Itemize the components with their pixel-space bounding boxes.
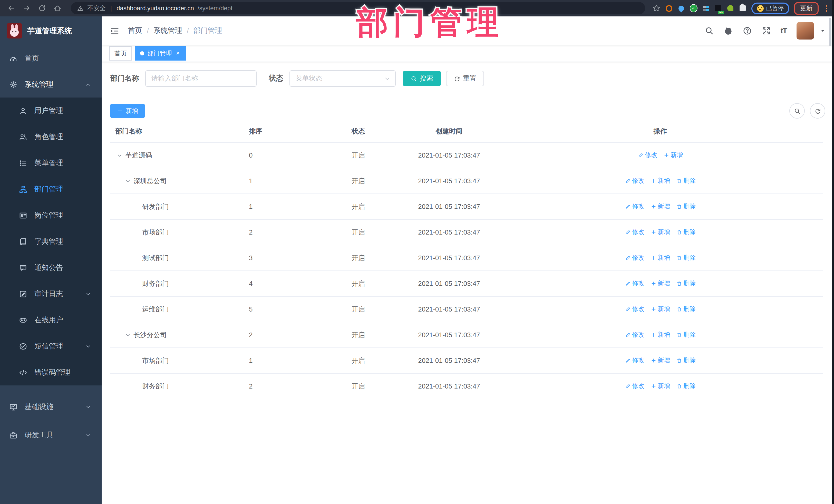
tree-expand-icon[interactable] (125, 178, 131, 184)
delete-link[interactable]: 删除 (676, 356, 696, 365)
delete-link[interactable]: 删除 (676, 177, 696, 185)
dept-name: 市场部门 (142, 356, 169, 365)
sidebar-item-研发工具[interactable]: 研发工具 (0, 421, 102, 449)
ext-pin-icon[interactable] (677, 4, 685, 12)
ext-leaf-icon[interactable] (726, 4, 734, 12)
reset-button[interactable]: 重置 (446, 71, 484, 86)
search-button[interactable]: 搜索 (403, 71, 441, 86)
submenu-系统管理: 用户管理角色管理菜单管理部门管理岗位管理字典管理通知公告审计日志在线用户短信管理… (0, 97, 102, 386)
browser-actions: ✓on 已暂停 更新 (652, 2, 829, 15)
sidebar-item-首页[interactable]: 首页 (0, 45, 102, 71)
table-row: 芋道源码0开启2021-01-05 17:03:47修改新增 (110, 142, 823, 168)
plus-icon (651, 204, 656, 210)
sidebar-item-审计日志[interactable]: 审计日志 (0, 281, 102, 307)
ext-orange-icon[interactable] (665, 4, 673, 12)
add-link[interactable]: 新增 (651, 254, 670, 262)
sidebar-item-菜单管理[interactable]: 菜单管理 (0, 150, 102, 176)
refresh-table-button[interactable] (810, 103, 825, 118)
toggle-search-button[interactable] (789, 103, 805, 118)
edit-link[interactable]: 修改 (625, 330, 644, 339)
ext-puzzle-icon[interactable] (739, 4, 746, 12)
online-users-icon (19, 316, 27, 324)
question-icon[interactable] (743, 26, 752, 36)
avatar[interactable] (796, 22, 814, 40)
add-button[interactable]: 新增 (110, 104, 145, 118)
create-time-cell: 2021-01-05 17:03:47 (400, 254, 498, 262)
delete-link[interactable]: 删除 (676, 202, 696, 211)
sidebar-item-岗位管理[interactable]: 岗位管理 (0, 202, 102, 228)
github-icon[interactable] (724, 26, 733, 36)
browser-menu-icon[interactable] (824, 5, 829, 12)
plus-icon (651, 229, 656, 235)
pencil-icon (625, 204, 631, 210)
add-link[interactable]: 新增 (651, 177, 670, 185)
delete-link[interactable]: 删除 (676, 228, 696, 237)
users-icon (19, 133, 27, 141)
delete-link[interactable]: 删除 (676, 279, 696, 288)
edit-link[interactable]: 修改 (625, 356, 644, 365)
edit-link[interactable]: 修改 (625, 382, 644, 391)
app-logo[interactable]: 芋道管理系统 (0, 17, 102, 45)
delete-link[interactable]: 删除 (676, 382, 696, 391)
address-bar[interactable]: 不安全 | dashboard.yudao.iocoder.cn/system/… (71, 2, 645, 14)
caret-down-icon[interactable] (820, 28, 826, 34)
arrow-left-icon[interactable] (5, 2, 18, 14)
edit-link[interactable]: 修改 (625, 305, 644, 313)
hamburger-icon[interactable] (110, 26, 119, 36)
tab-首页[interactable]: 首页 (109, 46, 132, 61)
scrollbar[interactable] (829, 18, 831, 46)
sidebar-item-基础设施[interactable]: 基础设施 (0, 393, 102, 421)
breadcrumb-separator: / (187, 27, 189, 35)
tree-expand-icon[interactable] (125, 332, 131, 338)
bookmark-star-icon[interactable] (652, 4, 660, 12)
tab-部门管理[interactable]: 部门管理 (135, 46, 186, 61)
edit-link[interactable]: 修改 (625, 228, 644, 237)
delete-link[interactable]: 删除 (676, 330, 696, 339)
reload-icon[interactable] (36, 2, 48, 14)
sidebar-item-部门管理[interactable]: 部门管理 (0, 176, 102, 202)
edit-link[interactable]: 修改 (625, 279, 644, 288)
sidebar-item-通知公告[interactable]: 通知公告 (0, 255, 102, 281)
sidebar-item-系统管理[interactable]: 系统管理 (0, 71, 102, 97)
sidebar-item-字典管理[interactable]: 字典管理 (0, 228, 102, 255)
dept-name: 财务部门 (142, 279, 169, 288)
browser-update-button[interactable]: 更新 (794, 2, 819, 15)
arrow-right-icon[interactable] (21, 2, 33, 14)
add-link[interactable]: 新增 (651, 228, 670, 237)
tree-expand-icon[interactable] (116, 152, 123, 158)
home-icon[interactable] (51, 2, 64, 14)
sidebar-item-短信管理[interactable]: 短信管理 (0, 333, 102, 359)
status-select[interactable]: 菜单状态 (289, 70, 396, 87)
pencil-icon (625, 358, 631, 364)
add-link[interactable]: 新增 (651, 202, 670, 211)
plus-icon (651, 384, 656, 389)
add-link[interactable]: 新增 (651, 330, 670, 339)
fullscreen-icon[interactable] (762, 26, 771, 36)
sidebar-item-错误码管理[interactable]: 错误码管理 (0, 359, 102, 386)
profile-paused-chip[interactable]: 已暂停 (751, 2, 789, 14)
sidebar-item-角色管理[interactable]: 角色管理 (0, 124, 102, 150)
add-link[interactable]: 新增 (651, 305, 670, 313)
delete-link[interactable]: 删除 (676, 254, 696, 262)
search-icon[interactable] (705, 26, 714, 36)
dept-name-input[interactable]: 请输入部门名称 (145, 70, 257, 87)
ext-grid-icon[interactable] (702, 4, 709, 12)
edit-link[interactable]: 修改 (638, 151, 657, 160)
log-icon (19, 290, 27, 298)
add-link[interactable]: 新增 (651, 279, 670, 288)
delete-link-label: 删除 (683, 356, 696, 365)
breadcrumb-item-首页[interactable]: 首页 (128, 26, 142, 36)
ext-on-icon[interactable]: on (714, 4, 722, 12)
delete-link[interactable]: 删除 (676, 305, 696, 313)
ext-green-check-icon[interactable]: ✓ (689, 4, 697, 12)
sidebar-item-用户管理[interactable]: 用户管理 (0, 97, 102, 124)
close-icon[interactable] (175, 50, 181, 57)
add-link[interactable]: 新增 (663, 151, 683, 160)
sidebar-item-在线用户[interactable]: 在线用户 (0, 307, 102, 333)
edit-link[interactable]: 修改 (625, 202, 644, 211)
add-link[interactable]: 新增 (651, 382, 670, 391)
edit-link[interactable]: 修改 (625, 254, 644, 262)
chevron-down-icon (85, 291, 91, 297)
edit-link[interactable]: 修改 (625, 177, 644, 185)
add-link[interactable]: 新增 (651, 356, 670, 365)
